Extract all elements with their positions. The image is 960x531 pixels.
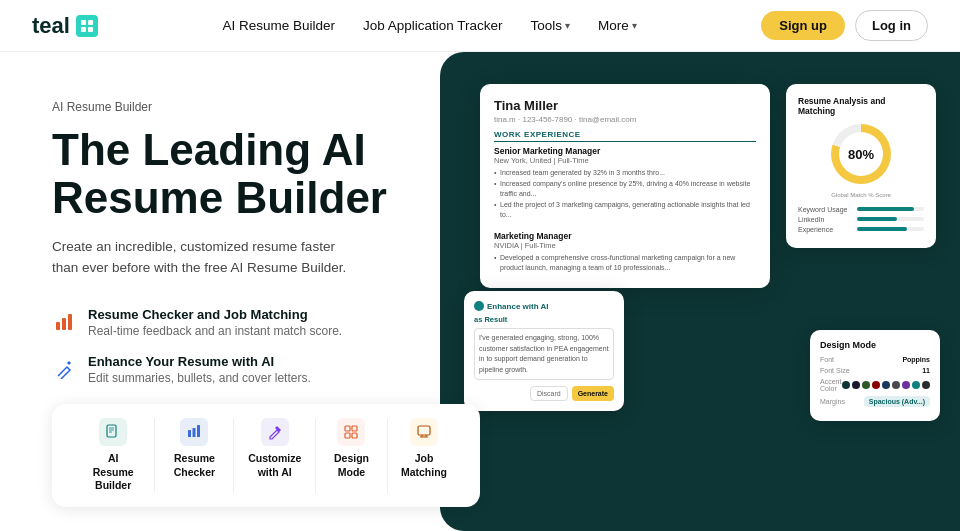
skill-name-0: Keyword Usage bbox=[798, 206, 853, 213]
color-dot-0[interactable] bbox=[842, 381, 850, 389]
design-row-font: Font Poppins bbox=[820, 356, 930, 363]
nav-tools[interactable]: Tools ▾ bbox=[531, 18, 571, 33]
match-label: Global Match % Score bbox=[798, 192, 924, 200]
match-circle: 80% bbox=[831, 124, 891, 184]
hero-section: AI Resume Builder The Leading AI Resume … bbox=[0, 52, 960, 531]
design-value-margins[interactable]: Spacious (Adv...) bbox=[864, 396, 930, 407]
design-label-size: Font Size bbox=[820, 367, 850, 374]
design-label-margins: Margins bbox=[820, 398, 845, 405]
svg-rect-6 bbox=[68, 314, 72, 330]
enhance-actions: Discard Generate bbox=[474, 386, 614, 401]
logo-icon bbox=[76, 15, 98, 37]
discard-button[interactable]: Discard bbox=[530, 386, 568, 401]
feature-item-1: Enhance Your Resume with AI Edit summari… bbox=[52, 354, 480, 385]
svg-rect-11 bbox=[188, 430, 191, 437]
svg-rect-7 bbox=[107, 425, 116, 437]
resume-job-1-title: Marketing Manager bbox=[494, 231, 756, 241]
logo[interactable]: teal bbox=[32, 13, 98, 39]
enhance-ai-badge: Enhance with AI bbox=[474, 301, 614, 311]
bottom-feat-2: Customize with AI bbox=[234, 418, 316, 493]
nav-ai-resume-builder[interactable]: AI Resume Builder bbox=[222, 18, 335, 33]
design-label-font: Font bbox=[820, 356, 834, 363]
svg-rect-14 bbox=[345, 426, 350, 431]
color-dot-1[interactable] bbox=[852, 381, 860, 389]
resume-bullet-1: Increased company's online presence by 2… bbox=[494, 179, 756, 200]
nav-more[interactable]: More ▾ bbox=[598, 18, 637, 33]
svg-rect-12 bbox=[193, 428, 196, 437]
color-dot-8[interactable] bbox=[922, 381, 930, 389]
svg-rect-18 bbox=[418, 426, 430, 435]
skill-bar-fill-2 bbox=[857, 227, 907, 231]
design-title: Design Mode bbox=[820, 340, 930, 350]
design-row-margins: Margins Spacious (Adv...) bbox=[820, 396, 930, 407]
analysis-card: Resume Analysis and Matching 80% Global … bbox=[786, 84, 936, 248]
enhance-subtitle: as Result bbox=[474, 315, 614, 324]
svg-rect-4 bbox=[56, 322, 60, 330]
svg-rect-1 bbox=[88, 20, 93, 25]
design-row-accent: Accent Color bbox=[820, 378, 930, 392]
svg-rect-5 bbox=[62, 318, 66, 330]
skill-bar-bg-0 bbox=[857, 207, 924, 211]
bottom-features: AI Resume Builder Resume Checker Customi… bbox=[52, 404, 480, 507]
chevron-down-icon: ▾ bbox=[632, 20, 637, 31]
chevron-down-icon: ▾ bbox=[565, 20, 570, 31]
chart-icon bbox=[52, 309, 78, 335]
eyebrow-label: AI Resume Builder bbox=[52, 100, 480, 114]
svg-rect-13 bbox=[197, 425, 200, 437]
enhance-text: I've generated engaging, strong, 100% cu… bbox=[474, 328, 614, 380]
bottom-feat-label-2: Customize with AI bbox=[248, 452, 301, 479]
color-dot-2[interactable] bbox=[862, 381, 870, 389]
skill-bar-fill-0 bbox=[857, 207, 914, 211]
resume-checker-icon bbox=[180, 418, 208, 446]
color-dot-5[interactable] bbox=[892, 381, 900, 389]
color-dot-3[interactable] bbox=[872, 381, 880, 389]
svg-rect-2 bbox=[81, 27, 86, 32]
resume-bullet-2: Led the project of 3 marketing campaigns… bbox=[494, 200, 756, 221]
design-value-font: Poppins bbox=[902, 356, 930, 363]
design-card: Design Mode Font Poppins Font Size 11 Ac… bbox=[810, 330, 940, 421]
resume-job-0-title: Senior Marketing Manager bbox=[494, 146, 756, 156]
color-dot-7[interactable] bbox=[912, 381, 920, 389]
nav-links: AI Resume Builder Job Application Tracke… bbox=[222, 18, 636, 33]
feature-text-0: Resume Checker and Job Matching Real-tim… bbox=[88, 307, 342, 338]
svg-rect-16 bbox=[345, 433, 350, 438]
enhance-badge-label: Enhance with AI bbox=[487, 302, 549, 311]
signup-button[interactable]: Sign up bbox=[761, 11, 845, 40]
resume-name: Tina Miller bbox=[494, 98, 756, 113]
hero-right: Tina Miller tina.m · 123-456-7890 · tina… bbox=[440, 52, 960, 531]
design-value-size: 11 bbox=[922, 367, 930, 374]
generate-button[interactable]: Generate bbox=[572, 386, 614, 401]
skill-bar-bg-1 bbox=[857, 217, 924, 221]
customize-ai-icon bbox=[261, 418, 289, 446]
skill-name-2: Experience bbox=[798, 226, 853, 233]
bottom-feat-label-0: AI Resume Builder bbox=[88, 452, 138, 493]
navbar: teal AI Resume Builder Job Application T… bbox=[0, 0, 960, 52]
skill-row-0: Keyword Usage bbox=[798, 206, 924, 213]
color-dot-6[interactable] bbox=[902, 381, 910, 389]
enhance-card: Enhance with AI as Result I've generated… bbox=[464, 291, 624, 411]
hero-title: The Leading AI Resume Builder bbox=[52, 126, 412, 221]
resume-preview-card: Tina Miller tina.m · 123-456-7890 · tina… bbox=[480, 84, 770, 288]
bottom-feat-label-3: Design Mode bbox=[332, 452, 371, 479]
nav-job-tracker[interactable]: Job Application Tracker bbox=[363, 18, 503, 33]
color-dot-4[interactable] bbox=[882, 381, 890, 389]
svg-rect-0 bbox=[81, 20, 86, 25]
feature-item-0: Resume Checker and Job Matching Real-tim… bbox=[52, 307, 480, 338]
resume-bullet-0: Increased team generated by 32% in 3 mon… bbox=[494, 168, 756, 179]
design-row-size: Font Size 11 bbox=[820, 367, 930, 374]
ai-resume-icon bbox=[99, 418, 127, 446]
resume-section-title: WORK EXPERIENCE bbox=[494, 130, 756, 142]
bottom-feat-label-1: Resume Checker bbox=[171, 452, 217, 479]
accent-color-dots bbox=[842, 381, 930, 389]
job-matching-icon bbox=[410, 418, 438, 446]
feature-text-1: Enhance Your Resume with AI Edit summari… bbox=[88, 354, 311, 385]
hero-subtitle: Create an incredible, customized resume … bbox=[52, 237, 362, 279]
resume-bullet-3: Developed a comprehensive cross-function… bbox=[494, 253, 756, 274]
skill-name-1: LinkedIn bbox=[798, 216, 853, 223]
skill-row-2: Experience bbox=[798, 226, 924, 233]
login-button[interactable]: Log in bbox=[855, 10, 928, 41]
svg-rect-15 bbox=[352, 426, 357, 431]
resume-job-0-company: New York, United | Full-Time bbox=[494, 156, 756, 165]
logo-text: teal bbox=[32, 13, 70, 39]
bottom-feat-4: Job Matching bbox=[388, 418, 460, 493]
